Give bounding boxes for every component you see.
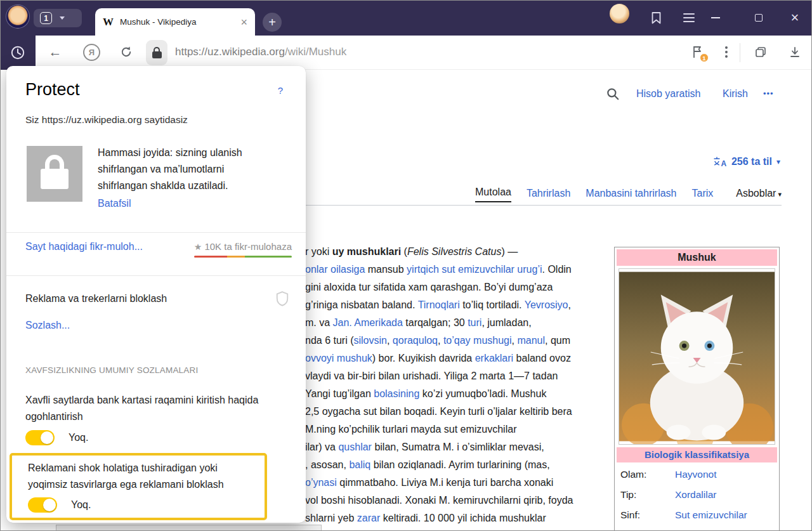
chevron-down-icon [60,16,65,20]
article-link[interactable]: ovvoyi mushuk [305,353,372,364]
infobox-row-value[interactable]: Sut emizuvchilar [675,509,747,521]
history-button[interactable] [0,36,36,70]
window-minimize-button[interactable] [703,0,728,36]
infobox-row-value[interactable]: Xordalilar [675,489,716,501]
wiki-tab-tarix[interactable]: Tarix [691,188,713,202]
login-link[interactable]: Kirish [723,88,748,100]
profile-avatar[interactable] [6,4,30,29]
site-feedback-link[interactable]: Sayt haqidagi fikr-muloh... [25,241,143,252]
article-link[interactable]: Jan. Amerikada [333,317,403,328]
article-line: nda 6 turi (silovsin, qoraquloq, to’qay … [305,332,577,350]
article-text-segment: to’liq tortiladi. [460,299,525,310]
article-link[interactable]: o’ynasi [305,477,337,488]
article-text-segment: , [438,335,443,346]
article-line: vol boshi hisoblanadi. Xonaki M. kemiruv… [305,492,577,509]
yandex-icon[interactable]: Я [83,44,100,61]
article-link[interactable]: qoraquloq [393,335,438,346]
tab-counter-button[interactable]: 1 [34,9,82,27]
menu-icon[interactable] [681,8,697,28]
language-selector-button[interactable]: A 256 ta til ▾ [713,156,780,167]
bookmark-icon[interactable] [648,8,664,28]
language-count-label: 256 ta til [731,156,772,167]
create-account-link[interactable]: Hisob yaratish [636,88,700,100]
article-link[interactable]: Yevrosiyo [525,299,568,310]
article-text-segment: Felis Silvestris Catus [407,246,501,257]
article-link[interactable]: turi [468,317,481,328]
minimize-icon [711,17,720,18]
tab-count-badge: 1 [40,12,52,24]
article-link[interactable]: zarar [357,513,380,523]
article-line: gini aloxida tur sifatida xam qarashgan.… [305,279,577,296]
article-text-segment: Yangi tug’ilgan [305,388,374,399]
active-tab[interactable]: W Mushuk - Vikipediya × [95,8,255,36]
reload-button[interactable] [117,43,135,61]
search-icon[interactable] [606,87,622,103]
article-text-segment: mansub [365,264,407,275]
language-icon: A [713,156,727,167]
article-link[interactable]: manul [517,335,545,346]
article-text-segment: . Oldin [542,264,572,275]
personal-tools-menu[interactable]: ••• [763,89,774,98]
panel-divider [6,275,306,276]
window-maximize-button[interactable] [746,0,771,36]
article-link[interactable]: to’qay mushugi [443,335,512,346]
article-link[interactable]: erkaklari [475,353,513,364]
close-tab-icon[interactable]: × [240,16,247,28]
shock-ads-toggle[interactable] [28,497,57,513]
configure-link[interactable]: Sozlash... [25,320,70,331]
site-status-line: Siz https://uz.wikipedia.org saytidasiz [25,114,188,126]
adblock-label: Reklama va trekerlarni bloklash [25,293,167,305]
protect-title: Protect [25,80,80,100]
article-text-segment: g’riniga nisbatan baland. [305,299,418,310]
site-info-lock-button[interactable] [146,40,167,65]
article-link[interactable]: silovsin [353,335,386,346]
article-line: onlar oilasiga mansub yirtqich sut emizu… [305,261,577,279]
account-avatar[interactable] [610,4,629,23]
rating-block[interactable]: ★10K ta fikr-mulohaza [194,241,292,258]
shock-ads-state: Yoq. [71,499,91,511]
shock-ads-toggle-row: Yoq. [28,497,265,513]
wiki-tab-mutolaa[interactable]: Mutolaa [475,187,511,202]
maximize-icon [755,14,763,22]
article-link[interactable]: qushlar [338,442,371,452]
help-link[interactable]: ? [278,85,283,96]
wikipedia-favicon: W [103,16,114,29]
article-link[interactable]: Tirnoqlari [418,299,460,310]
article-text-segment: nda 6 turi ( [305,335,353,346]
article-image-edge[interactable] [56,525,322,531]
address-bar[interactable]: https://uz.wikipedia.org/wiki/Mushuk [175,46,346,58]
wiki-tab-tahrirlash[interactable]: Tahrirlash [527,188,570,202]
titlebar: 1 W Mushuk - Vikipediya × + × [0,0,812,36]
article-link[interactable]: baliq [349,459,370,470]
article-link[interactable]: yirtqich sut emizuvchilar urug’i [407,264,542,275]
wiki-tabs: MutolaaTahrirlashManbasini tahrirlashTar… [475,187,782,202]
window-close-button[interactable]: × [782,0,808,36]
shield-icon [275,291,289,309]
infobox-row-value[interactable]: Hayvonot [675,469,716,480]
article-link[interactable]: bolasining [374,388,419,399]
more-options-icon[interactable] [719,44,734,60]
article-link[interactable]: onlar oilasiga [305,264,365,275]
bank-warning-label: Xavfli saytlarda bank kartasi raqamini k… [25,392,260,425]
chevron-down-icon: ▾ [776,157,780,166]
downloads-icon[interactable] [787,43,803,61]
article-line: , asosan, baliq bilan oziqlanadi. Ayrim … [305,456,577,474]
article-text-segment: baland ovoz [513,353,571,364]
wiki-tab-asboblar[interactable]: Asboblar ▾ [736,188,782,202]
back-button[interactable]: ← [46,43,65,62]
bookmark-flag-button[interactable]: 1 [690,44,705,60]
article-line: o’ynasi qimmatbaho. Liviya M.i kenja tur… [305,474,577,492]
bank-warning-toggle[interactable] [25,430,55,445]
url-domain: https://uz.wikipedia.org [175,46,285,58]
svg-text:A: A [721,159,726,168]
rating-bar [194,256,292,258]
tabs-overview-icon[interactable] [752,43,769,61]
article-text-segment: ) bor. Kuyikish davrida [372,353,475,364]
secure-status-block: Hammasi joyida: sizning ulanish shifrlan… [98,145,264,209]
details-link[interactable]: Batafsil [98,198,131,209]
cat-photo[interactable] [619,268,775,445]
new-tab-button[interactable]: + [263,13,282,32]
shock-ads-setting-highlighted: Reklamani shok holatiga tushiradigan yok… [10,453,267,520]
wiki-tab-manbasini-tahrirlash[interactable]: Manbasini tahrirlash [586,188,676,202]
article-text-segment: , [387,335,393,346]
